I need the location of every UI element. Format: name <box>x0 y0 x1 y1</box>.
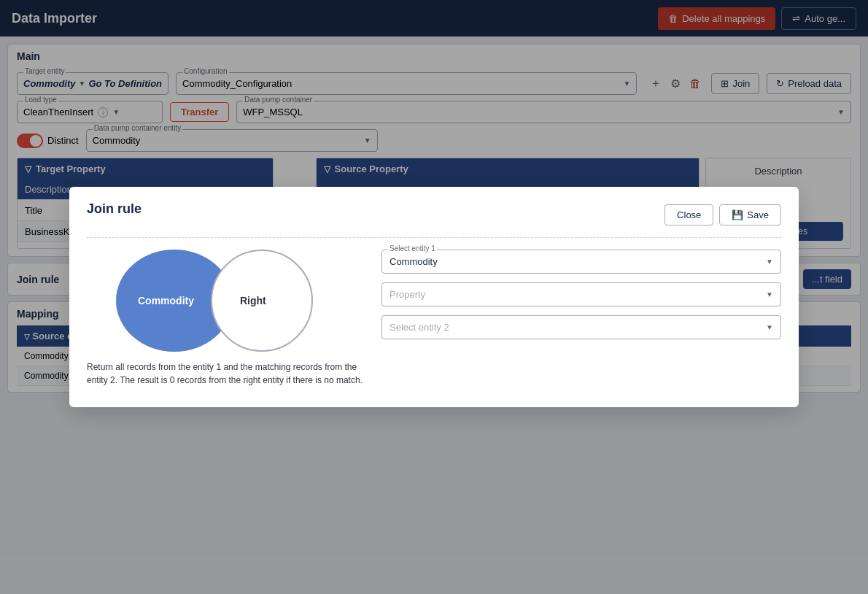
modal-body: Commodity Right Return all records from … <box>87 250 781 387</box>
modal-close-button[interactable]: Close <box>664 204 713 225</box>
modal-description: Return all records from the entity 1 and… <box>87 360 364 387</box>
entity1-dropdown-value: Commodity <box>390 256 438 267</box>
property-chevron-icon: ▼ <box>766 290 773 298</box>
select-entity2-dropdown[interactable]: Select entity 2 ▼ <box>381 315 781 339</box>
modal-overlay: Join rule Close 💾 Save <box>0 0 868 594</box>
entity2-dropdown-placeholder: Select entity 2 <box>390 322 449 333</box>
entity2-chevron-icon: ▼ <box>766 323 773 331</box>
modal-title: Join rule <box>87 201 142 217</box>
venn-right-label: Right <box>240 295 266 306</box>
entity1-chevron-icon: ▼ <box>766 258 773 266</box>
modal-right-panel: Select entity 1 Commodity ▼ Property ▼ S… <box>381 250 781 387</box>
venn-left-label: Commodity <box>138 295 194 306</box>
modal-actions: Close 💾 Save <box>664 204 781 225</box>
select-entity1-dropdown[interactable]: Select entity 1 Commodity ▼ <box>381 250 781 274</box>
entity1-dropdown-label: Select entity 1 <box>388 244 437 252</box>
venn-diagram: Commodity Right <box>87 250 364 352</box>
property-dropdown[interactable]: Property ▼ <box>381 282 781 306</box>
modal-divider <box>87 237 781 238</box>
property-dropdown-placeholder: Property <box>390 289 425 300</box>
save-icon: 💾 <box>732 209 743 220</box>
modal-header: Join rule Close 💾 Save <box>87 201 781 228</box>
join-rule-modal: Join rule Close 💾 Save <box>69 187 799 407</box>
modal-save-button[interactable]: 💾 Save <box>719 204 781 225</box>
modal-left-panel: Commodity Right Return all records from … <box>87 250 364 387</box>
